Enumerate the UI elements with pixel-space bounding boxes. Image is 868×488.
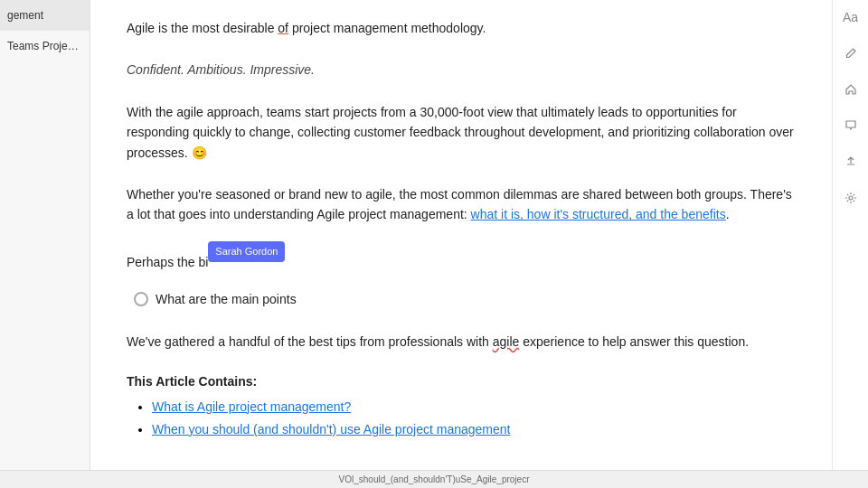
font-size-icon[interactable]: Aa xyxy=(841,7,861,27)
article-contains-title: This Article Contains: xyxy=(127,374,796,389)
bullet-link-1[interactable]: What is Agile project management? xyxy=(152,399,351,414)
right-toolbar: Aa xyxy=(832,0,868,488)
paragraph-2-italic: Confident. Ambitious. Impressive. xyxy=(127,60,796,80)
bullet-link-2[interactable]: When you should (and shouldn't) use Agil… xyxy=(152,422,510,436)
svg-point-0 xyxy=(849,196,853,200)
list-item-1: What is Agile project management? xyxy=(152,396,796,418)
article-contains-section: This Article Contains: What is Agile pro… xyxy=(127,374,796,441)
paragraph-3: With the agile approach, teams start pro… xyxy=(127,102,796,163)
paragraph-5-container: Perhaps the bi Sarah Gordon What are the… xyxy=(127,252,796,310)
sidebar: gement Teams Project... xyxy=(0,0,90,488)
paragraph-1: Agile is the most desirable of project m… xyxy=(127,18,796,38)
list-item-2: When you should (and shouldn't) use Agil… xyxy=(152,418,796,441)
radio-option[interactable]: What are the main points xyxy=(134,288,796,310)
agile-link[interactable]: what it is, how it's structured, and the… xyxy=(471,207,726,221)
paragraph-6: We've gathered a handful of the best tip… xyxy=(127,332,796,352)
settings-icon[interactable] xyxy=(841,188,861,208)
main-content: Agile is the most desirable of project m… xyxy=(90,0,832,488)
tooltip-bubble: Sarah Gordon xyxy=(208,241,285,263)
home-icon[interactable] xyxy=(841,80,861,99)
filename-label: VOl_should_(and_shouldn'T)uSe_Agile_proj… xyxy=(339,474,530,484)
underlined-word-of: of xyxy=(278,21,288,35)
bullet-list: What is Agile project management? When y… xyxy=(127,396,796,441)
edit-icon[interactable] xyxy=(841,43,861,63)
radio-button[interactable] xyxy=(134,292,148,306)
sidebar-item-management[interactable]: gement xyxy=(0,0,90,31)
bottom-bar: VOl_should_(and_shouldn'T)uSe_Agile_proj… xyxy=(0,470,868,488)
paragraph-4: Whether you're seasoned or brand new to … xyxy=(127,184,796,225)
agile-underline-word: agile xyxy=(493,334,520,349)
paragraph-5: Perhaps the bi Sarah Gordon xyxy=(127,252,796,272)
sidebar-item-teams-project[interactable]: Teams Project... xyxy=(0,31,90,61)
share-icon[interactable] xyxy=(841,152,861,172)
comment-icon[interactable] xyxy=(841,116,861,136)
